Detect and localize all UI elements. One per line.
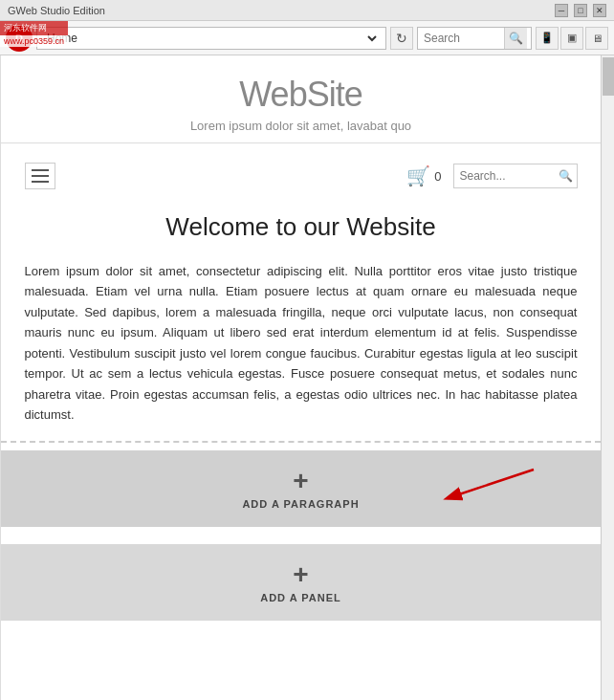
tablet-view-icon[interactable]: ▣ [560, 27, 583, 50]
toolbar-search-input[interactable] [418, 32, 504, 45]
add-paragraph-inner: + ADD A PARAGRAPH [1, 468, 601, 510]
refresh-button[interactable]: ↻ [390, 27, 413, 50]
welcome-heading: Welcome to our Website [25, 212, 578, 242]
toolbar-search-button[interactable]: 🔍 [504, 28, 527, 49]
toolbar: D Home ↻ 🔍 📱 ▣ 🖥 [0, 21, 614, 55]
toolbar-search: 🔍 [417, 27, 532, 50]
dashed-divider [1, 441, 601, 443]
site-search-button[interactable]: 🔍 [555, 164, 577, 187]
add-panel-plus-icon: + [293, 561, 308, 588]
cart-icon: 🛒 [406, 164, 430, 187]
site-logo-sub: Site [307, 75, 362, 114]
maximize-button[interactable]: □ [574, 4, 587, 17]
close-button[interactable]: ✕ [593, 4, 606, 17]
site-search-input[interactable] [454, 169, 555, 183]
address-select[interactable]: Home [43, 31, 380, 46]
site-nav: 🛒 0 🔍 [25, 155, 578, 197]
title-bar: GWeb Studio Edition ─ □ ✕ [0, 0, 614, 21]
add-panel-inner: + ADD A PANEL [1, 561, 601, 603]
scrollbar[interactable] [601, 55, 614, 700]
mobile-view-icon[interactable]: 📱 [536, 27, 559, 50]
add-paragraph-container: + ADD A PARAGRAPH [1, 450, 601, 527]
scroll-thumb[interactable] [603, 57, 614, 96]
desktop-view-icon[interactable]: 🖥 [585, 27, 608, 50]
cart-count: 0 [434, 169, 441, 184]
cart-button[interactable]: 🛒 0 [406, 164, 441, 187]
minimize-button[interactable]: ─ [555, 4, 568, 17]
browser-logo: D [6, 25, 33, 52]
add-paragraph-section[interactable]: + ADD A PARAGRAPH [1, 450, 601, 527]
add-paragraph-label: ADD A PARAGRAPH [242, 498, 359, 510]
toolbar-icons: 📱 ▣ 🖥 [536, 27, 608, 50]
hamburger-line-3 [32, 181, 49, 183]
hamburger-line-1 [32, 169, 49, 171]
body-text: Lorem ipsum dolor sit amet, consectetur … [25, 261, 578, 426]
site-wrapper: 🛒 0 🔍 Welcome to our Website Lorem ipsum… [10, 155, 593, 426]
add-panel-section[interactable]: + ADD A PANEL [1, 544, 601, 621]
section-gap [1, 527, 601, 544]
site-search: 🔍 [453, 164, 578, 188]
site-logo: WebSite [1, 75, 601, 115]
title-bar-text: GWeb Studio Edition [8, 5, 105, 16]
content-area: WebSite Lorem ipsum dolor sit amet, lava… [1, 55, 614, 621]
add-paragraph-plus-icon: + [293, 468, 308, 494]
refresh-icon: ↻ [396, 31, 407, 46]
hamburger-button[interactable] [25, 163, 55, 189]
hamburger-line-2 [32, 175, 49, 177]
browser-content: WebSite Lorem ipsum dolor sit amet, lava… [0, 55, 614, 700]
address-bar[interactable]: Home [36, 27, 386, 50]
title-bar-controls: ─ □ ✕ [555, 4, 606, 17]
site-logo-main: Web [239, 75, 306, 114]
site-header: WebSite Lorem ipsum dolor sit amet, lava… [1, 55, 601, 143]
site-tagline: Lorem ipsum dolor sit amet, lavabat quo [1, 119, 601, 133]
cart-search-area: 🛒 0 🔍 [406, 164, 577, 188]
add-panel-label: ADD A PANEL [260, 592, 341, 603]
